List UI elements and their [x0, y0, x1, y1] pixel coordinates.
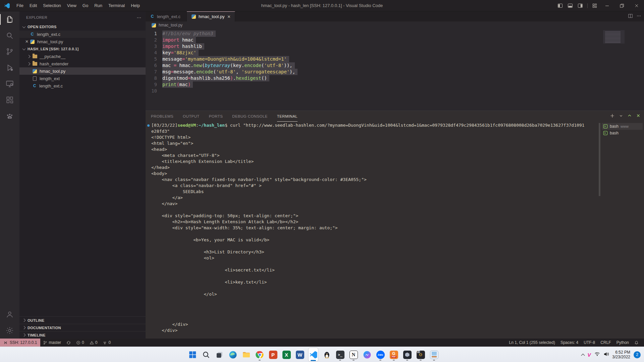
code-editor[interactable]: 1#!/bin/env python32import hmac3import h… — [146, 29, 644, 111]
terminal-list-item[interactable]: bash — [602, 130, 643, 136]
explorer-more-actions-icon[interactable]: ⋯ — [137, 15, 142, 20]
menu-bar: FileEditSelectionViewGoRunTerminalHelp — [13, 1, 143, 10]
taskbar-notion-icon[interactable]: N — [349, 348, 358, 361]
taskbar-edge-icon[interactable] — [228, 348, 237, 361]
taskbar-zalo-icon[interactable]: Zalo — [376, 348, 385, 361]
menu-item-selection[interactable]: Selection — [40, 1, 64, 10]
menu-item-file[interactable]: File — [13, 1, 26, 10]
remote-explorer-icon[interactable] — [0, 76, 19, 92]
tree-item-hmac_tool.py[interactable]: hmac_tool.py — [19, 67, 146, 75]
statusbar-language-mode[interactable]: Python — [614, 339, 632, 347]
taskbar-task-view-icon[interactable] — [215, 348, 224, 361]
terminal-dropdown-icon[interactable] — [619, 113, 623, 119]
section-outline[interactable]: OUTLINE — [19, 316, 146, 324]
close-icon[interactable] — [629, 0, 644, 11]
source-control-icon[interactable] — [0, 44, 19, 60]
terminal-line — [146, 285, 599, 291]
taskbar-search-icon[interactable] — [201, 348, 211, 361]
statusbar-cursor-position[interactable]: Ln 1, Col 1 (255 selected) — [506, 339, 558, 347]
customize-layout-icon[interactable] — [590, 0, 600, 11]
tree-item-__pycache__[interactable]: __pycache__ — [19, 53, 146, 60]
menu-item-run[interactable]: Run — [91, 1, 105, 10]
menu-item-go[interactable]: Go — [79, 1, 91, 10]
maximize-panel-icon[interactable] — [627, 113, 632, 119]
panel-tab-problems[interactable]: PROBLEMS — [151, 111, 173, 122]
statusbar-remote-indicator[interactable]: SSH: 127.0.0.1 — [0, 339, 40, 347]
tray-clock[interactable]: 6:52 PM 3/23/2022 — [612, 350, 630, 359]
section-documentation[interactable]: DOCUMENTATION — [19, 324, 146, 331]
terminal-list-item[interactable]: bashwww — [602, 123, 643, 130]
terminal-line: <nav class="navbar fixed-top navbar-ligh… — [146, 177, 599, 183]
menu-item-terminal[interactable]: Terminal — [105, 1, 128, 10]
taskbar-powerpoint-icon[interactable]: P — [268, 348, 278, 361]
panel-tab-debug-console[interactable]: DEBUG CONSOLE — [232, 111, 268, 122]
taskbar-vmware-icon[interactable] — [402, 348, 412, 361]
tree-item-length_ext[interactable]: length_ext — [19, 75, 146, 82]
taskbar-excel-icon[interactable]: X — [282, 348, 291, 361]
statusbar-encoding[interactable]: UTF-8 — [581, 339, 598, 347]
taskbar-linux-icon[interactable] — [322, 348, 331, 361]
statusbar-notifications[interactable] — [632, 339, 641, 347]
settings-gear-icon[interactable] — [0, 322, 19, 339]
taskbar-foxit-pdf-icon[interactable]: GPDF — [389, 348, 398, 361]
extensions-icon[interactable] — [0, 92, 19, 108]
panel-tab-ports[interactable]: PORTS — [209, 111, 223, 122]
taskbar-chrome-icon[interactable] — [255, 348, 264, 361]
tree-item-length_ext.c[interactable]: Clength_ext.c — [19, 82, 146, 89]
tray-v-app-icon[interactable]: V — [588, 352, 591, 358]
account-icon[interactable] — [0, 306, 19, 322]
statusbar-warnings[interactable]: 0 — [87, 339, 100, 347]
statusbar-git-branch[interactable]: master — [40, 339, 64, 347]
taskbar-notepad-icon[interactable] — [429, 348, 439, 361]
new-terminal-icon[interactable] — [610, 113, 615, 120]
command-decoration-icon[interactable] — [147, 124, 150, 127]
minimize-icon[interactable] — [600, 0, 614, 11]
tab-hmac_tool.py[interactable]: hmac_tool.py✕ — [187, 11, 235, 21]
paw-extension-icon[interactable] — [0, 108, 19, 124]
taskbar-terminal-icon[interactable]: >_ — [335, 348, 345, 361]
taskbar-start-icon[interactable] — [188, 348, 197, 361]
panel-left-icon[interactable] — [555, 0, 565, 11]
taskbar-cheat-engine-icon[interactable]: ⚇64 — [416, 348, 425, 361]
taskbar-file-explorer-icon[interactable] — [241, 348, 251, 361]
panel-tab-output[interactable]: OUTPUT — [183, 111, 200, 122]
panel-bottom-icon[interactable] — [565, 0, 575, 11]
terminal[interactable]: [03/23/22]seed@VM:~/hash_len$ curl "http… — [146, 122, 599, 339]
explorer-icon[interactable] — [0, 11, 19, 27]
statusbar-ports[interactable]: 0 — [100, 339, 113, 347]
taskbar-messenger-icon[interactable] — [362, 348, 372, 361]
section-timeline[interactable]: TIMELINE — [19, 331, 146, 339]
breadcrumb[interactable]: hmac_tool.py — [146, 21, 644, 29]
close-editor-icon[interactable]: ✕ — [24, 39, 30, 44]
menu-item-view[interactable]: View — [64, 1, 79, 10]
menu-item-help[interactable]: Help — [128, 1, 143, 10]
taskbar-word-icon[interactable]: W — [295, 348, 305, 361]
search-icon[interactable] — [0, 27, 19, 44]
terminal-scrollbar[interactable] — [599, 123, 600, 196]
statusbar-indentation[interactable]: Spaces: 4 — [558, 339, 581, 347]
tray-hidden-icons-chevron-icon[interactable] — [581, 354, 585, 357]
taskbar-vscode-icon[interactable] — [309, 348, 318, 361]
minimap[interactable] — [603, 30, 625, 44]
open-editor-item[interactable]: ✕hmac_tool.py — [19, 38, 146, 45]
section-workspace[interactable]: HASH_LEN [SSH: 127.0.0.1] — [19, 45, 146, 53]
statusbar-sync[interactable] — [64, 339, 73, 347]
tree-item-hash_extender[interactable]: hash_extender — [19, 60, 146, 67]
statusbar-errors[interactable]: 0 — [73, 339, 87, 347]
run-debug-icon[interactable] — [0, 60, 19, 76]
open-editor-item[interactable]: Clength_ext.c — [19, 31, 146, 38]
close-tab-icon[interactable]: ✕ — [227, 14, 230, 19]
tab-length_ext.c[interactable]: Clength_ext.c — [146, 11, 187, 21]
editor-more-actions-icon[interactable] — [636, 13, 641, 20]
panel-right-icon[interactable] — [575, 0, 585, 11]
panel-tab-terminal[interactable]: TERMINAL — [277, 111, 298, 122]
restore-icon[interactable] — [614, 0, 629, 11]
speaker-icon[interactable] — [603, 351, 609, 358]
menu-item-edit[interactable]: Edit — [26, 1, 40, 10]
close-panel-icon[interactable] — [636, 113, 641, 119]
section-open-editors[interactable]: OPEN EDITORS — [19, 23, 146, 31]
split-editor-icon[interactable] — [628, 13, 633, 20]
wifi-icon[interactable] — [594, 351, 600, 358]
statusbar-eol[interactable]: CRLF — [598, 339, 613, 347]
notification-badge[interactable]: 2 — [634, 351, 641, 358]
